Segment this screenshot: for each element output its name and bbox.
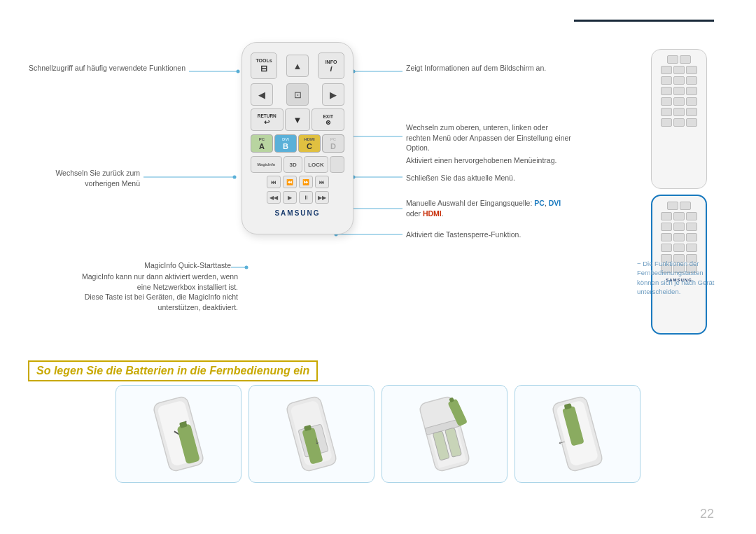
info-button[interactable]: INFO i (318, 52, 344, 79)
button-d[interactable]: PC D (322, 134, 344, 153)
button-a[interactable]: PC A (251, 134, 273, 153)
battery-images-section: ↓ (28, 385, 728, 483)
3d-button[interactable]: 3D (284, 156, 303, 173)
button-c[interactable]: HDMI C (298, 134, 321, 153)
exit-icon: ⊗ (326, 119, 331, 126)
dpad-up-button[interactable]: ▲ (286, 55, 309, 77)
rewind-button[interactable]: ⏪ (283, 176, 297, 188)
battery-img-3 (382, 385, 507, 483)
info-icon: i (330, 64, 332, 73)
exit-button[interactable]: EXIT ⊗ (312, 108, 344, 131)
color-buttons-row: PC A DVI B HDMI C PC D (251, 134, 344, 153)
battery-img-2: ↓ (248, 385, 374, 483)
button-b[interactable]: DVI B (274, 134, 297, 153)
tools-icon: ⊟ (260, 64, 267, 73)
note-box: − Die Funktionen der Fernbedienungstaste… (637, 259, 721, 296)
lock-button[interactable]: LOCK (304, 156, 328, 173)
small-remote-plain (651, 49, 707, 189)
magic-3d-lock-row: MagicInfo 3D LOCK (251, 156, 344, 173)
return-exit-row: RETURN ↩ ▼ EXIT ⊗ (251, 108, 344, 131)
fast-forward-button[interactable]: ⏩ (299, 176, 313, 188)
return-button[interactable]: RETURN ↩ (251, 108, 284, 131)
remote-body: TOOLs ⊟ ▲ INFO i ◀ ⊡ ▶ RETURN ↩ (241, 42, 354, 234)
pause-button[interactable]: ⏸ (299, 191, 313, 204)
ann-highlight-label: Aktiviert einen hervorgehobenen Menüeint… (406, 155, 623, 166)
next-button[interactable]: ⏭ (315, 176, 329, 188)
dpad-left-button[interactable]: ◀ (251, 83, 273, 106)
remote-control: TOOLs ⊟ ▲ INFO i ◀ ⊡ ▶ RETURN ↩ (234, 42, 360, 234)
battery-svg-3 (388, 392, 500, 476)
battery-img-4: ← (514, 385, 640, 483)
media-row-2: ◀◀ ▶ ⏸ ▶▶ (251, 191, 344, 204)
ann-magic-label: MagicInfo Quick-Starttaste (63, 260, 231, 271)
tools-button[interactable]: TOOLs ⊟ (251, 52, 277, 79)
remote-samsung-logo: SAMSUNG (251, 209, 344, 217)
battery-svg-1 (122, 392, 234, 476)
battery-img-1 (115, 385, 241, 483)
dpad-middle-row: ◀ ⊡ ▶ (251, 83, 344, 106)
magicinfo-button[interactable]: MagicInfo (251, 156, 282, 173)
dpad-down-button[interactable]: ▼ (285, 108, 311, 131)
battery-svg-4: ← (522, 392, 634, 476)
ann-input-label: Manuelle Auswahl der Eingangsquelle: PC,… (406, 198, 623, 218)
ann-return-label: Wechseln Sie zurück zum vorherigen Menü (28, 168, 140, 188)
dpad-right-button[interactable]: ▶ (322, 83, 344, 106)
ann-close-label: Schließen Sie das aktuelle Menü. (406, 173, 623, 183)
play-button[interactable]: ▶ (283, 191, 297, 204)
ann-lock-label: Aktiviert die Tastensperre-Funktion. (406, 230, 623, 240)
prev-button[interactable]: ⏮ (267, 176, 281, 188)
small-square-button[interactable] (330, 156, 344, 173)
ann-magic-desc: MagicInfo kann nur dann aktiviert werden… (42, 272, 238, 313)
svg-point-15 (245, 266, 248, 269)
dpad-center-button[interactable]: ⊡ (286, 83, 309, 106)
ann-menu-label: Wechseln zum oberen, unteren, linken ode… (406, 122, 623, 153)
remote-top-row: TOOLs ⊟ ▲ INFO i (251, 52, 344, 79)
return-icon: ↩ (264, 118, 270, 126)
fastfwd2-button[interactable]: ▶▶ (315, 191, 329, 204)
ann-tools-label: Schnellzugriff auf häufig verwendete Fun… (28, 63, 186, 73)
annotation-lines-svg (28, 28, 728, 378)
battery-svg-2: ↓ (255, 392, 368, 476)
rewind2-button[interactable]: ◀◀ (267, 191, 281, 204)
ann-info-label: Zeigt Informationen auf dem Bildschirm a… (406, 63, 623, 73)
section-title-area: So legen Sie die Batterien in die Fernbe… (28, 360, 728, 381)
section-title-text: So legen Sie die Batterien in die Fernbe… (28, 360, 318, 381)
top-decorative-line (574, 20, 714, 22)
media-row-1: ⏮ ⏪ ⏩ ⏭ (251, 176, 344, 188)
main-content: Schnellzugriff auf häufig verwendete Fun… (28, 28, 728, 506)
page-number: 22 (700, 507, 714, 521)
